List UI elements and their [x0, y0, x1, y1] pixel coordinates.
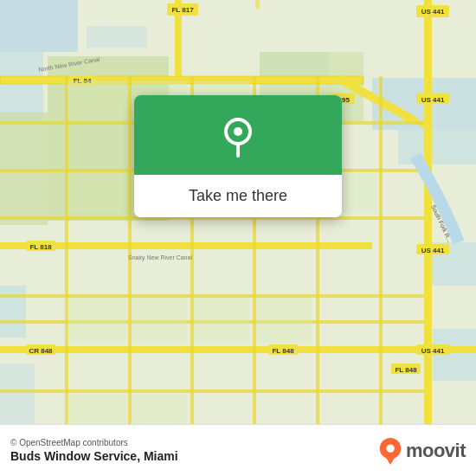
svg-rect-71: [132, 394, 187, 424]
svg-point-76: [234, 127, 242, 136]
svg-rect-32: [0, 294, 424, 298]
svg-rect-2: [0, 52, 43, 121]
svg-rect-24: [128, 76, 132, 424]
svg-rect-18: [424, 0, 432, 156]
bottom-bar: © OpenStreetMap contributors Buds Window…: [0, 424, 476, 476]
moovit-pin-icon: [378, 437, 402, 465]
card-green-area: [134, 95, 342, 175]
svg-rect-28: [379, 76, 383, 424]
svg-rect-21: [424, 156, 432, 424]
svg-rect-66: [68, 298, 126, 343]
svg-rect-22: [0, 346, 476, 353]
svg-rect-63: [68, 173, 126, 213]
svg-text:FL 848: FL 848: [272, 347, 294, 355]
bottom-left: © OpenStreetMap contributors Buds Window…: [10, 438, 178, 463]
svg-rect-5: [0, 286, 26, 338]
svg-rect-69: [256, 298, 312, 343]
svg-rect-68: [194, 298, 249, 343]
svg-rect-67: [132, 298, 187, 343]
svg-rect-4: [398, 130, 476, 164]
location-name: Buds Window Service, Miami: [10, 449, 178, 463]
take-me-there-button[interactable]: Take me there: [134, 175, 342, 217]
svg-text:US 441: US 441: [421, 96, 445, 104]
svg-text:US 441: US 441: [421, 247, 445, 254]
svg-rect-74: [255, 0, 260, 9]
location-card: Take me there: [134, 95, 342, 217]
svg-rect-23: [65, 76, 68, 424]
svg-text:US 441: US 441: [421, 347, 445, 355]
svg-rect-1: [0, 0, 78, 52]
svg-text:FL 817: FL 817: [171, 6, 194, 14]
svg-rect-60: [68, 80, 126, 119]
svg-rect-9: [87, 26, 147, 48]
moovit-logo: moovit: [378, 437, 466, 465]
moovit-text: moovit: [406, 440, 466, 462]
svg-marker-80: [385, 456, 395, 464]
svg-text:FL 848: FL 848: [395, 366, 417, 374]
svg-rect-6: [0, 363, 35, 424]
svg-text:FL 818: FL 818: [29, 243, 52, 251]
svg-rect-34: [0, 389, 424, 393]
map-container: FL 817 US 441 FL 84 I 395 US 441 FL 818 …: [0, 0, 476, 424]
location-pin-icon: [215, 114, 261, 159]
svg-text:US 441: US 441: [421, 8, 445, 16]
svg-point-79: [386, 444, 394, 452]
svg-text:CR 848: CR 848: [29, 347, 53, 355]
svg-rect-70: [68, 394, 126, 424]
svg-text:Snaky New River Canal: Snaky New River Canal: [128, 254, 192, 261]
osm-credit: © OpenStreetMap contributors: [10, 438, 178, 447]
